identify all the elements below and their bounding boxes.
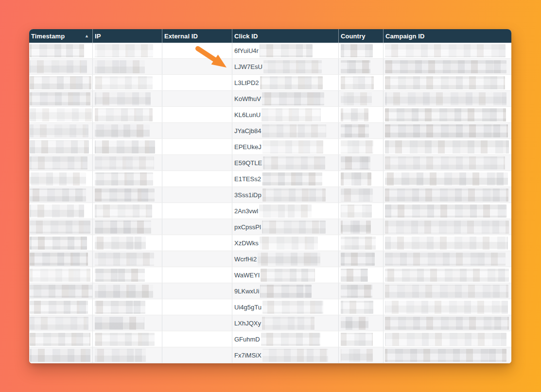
redacted-country: [341, 76, 374, 89]
redacted-click-id: [262, 172, 322, 186]
cell-external-id: [162, 75, 232, 90]
cell-timestamp: [29, 59, 93, 74]
table-row: WcrfHi2: [29, 251, 511, 267]
column-header-country[interactable]: Country: [339, 29, 384, 43]
cell-click-id: 9LKwxUi: [232, 283, 339, 299]
column-header-click-id[interactable]: Click ID: [232, 29, 339, 43]
redacted-campaign-id: [385, 140, 509, 153]
redacted-country: [341, 301, 373, 314]
cell-country: [339, 203, 384, 219]
cell-country: [339, 75, 384, 90]
column-header-timestamp[interactable]: Timestamp ▲: [29, 29, 93, 43]
redacted-campaign-id: [385, 172, 508, 186]
redacted-campaign-id: [385, 253, 506, 266]
cell-campaign-id: [384, 123, 511, 138]
redacted-campaign-id: [385, 205, 506, 218]
cell-timestamp: [29, 43, 93, 58]
click-id-value: LJW7EsU: [232, 63, 262, 70]
redacted-campaign-id: [385, 333, 506, 346]
cell-country: [339, 267, 384, 283]
table-row: 9LKwxUi: [29, 283, 511, 299]
click-id-value: E59QTLE: [232, 159, 262, 167]
redacted-ip: [95, 205, 152, 218]
cell-timestamp: [29, 203, 93, 219]
redacted-campaign-id: [385, 237, 508, 250]
table-row: E1TESs2: [29, 171, 511, 187]
redacted-ip: [95, 124, 150, 137]
click-id-value: 3Sss1iDp: [232, 191, 262, 199]
cell-external-id: [162, 331, 232, 347]
redacted-country: [341, 124, 369, 137]
redacted-country: [341, 221, 371, 234]
cell-campaign-id: [384, 155, 511, 170]
table-body: 6fYuiU4r LJW7EsU: [29, 43, 511, 363]
cell-campaign-id: [384, 107, 511, 122]
cell-campaign-id: [384, 203, 511, 219]
column-header-external-id[interactable]: External ID: [162, 29, 232, 43]
cell-external-id: [162, 91, 232, 106]
redacted-click-id: [261, 333, 320, 346]
cell-timestamp: [29, 123, 93, 138]
redacted-campaign-id: [385, 188, 508, 202]
redacted-click-id: [260, 237, 318, 250]
cell-timestamp: [29, 315, 93, 331]
table-row: EPEUkeJ: [29, 139, 511, 155]
click-id-value: WaWEYI: [232, 272, 260, 279]
redacted-timestamp: [30, 285, 92, 298]
cell-click-id: XzDWks: [232, 235, 339, 251]
cell-ip: [93, 187, 162, 203]
redacted-country: [341, 140, 373, 153]
redacted-timestamp: [30, 317, 88, 330]
column-header-label: IP: [95, 33, 101, 40]
redacted-click-id: [262, 124, 326, 137]
cell-timestamp: [29, 139, 93, 154]
cell-click-id: Fx7iMSiX: [232, 347, 339, 363]
redacted-timestamp: [30, 205, 84, 218]
cell-country: [339, 299, 384, 315]
cell-ip: [93, 283, 162, 299]
column-header-label: Click ID: [234, 33, 258, 40]
cell-external-id: [162, 219, 232, 235]
cell-campaign-id: [384, 331, 511, 347]
click-id-value: pxCpssPl: [232, 223, 261, 231]
redacted-country: [341, 253, 375, 266]
cell-timestamp: [29, 283, 93, 299]
cell-ip: [93, 75, 162, 90]
redacted-country: [341, 188, 373, 202]
redacted-click-id: [260, 285, 312, 298]
cell-click-id: WaWEYI: [232, 267, 339, 283]
redacted-click-id: [263, 60, 322, 73]
redacted-campaign-id: [385, 317, 509, 330]
table-row: XzDWks: [29, 235, 511, 251]
table-row: 3Sss1iDp: [29, 187, 511, 203]
cell-campaign-id: [384, 299, 511, 315]
redacted-click-id: [262, 108, 321, 121]
redacted-campaign-id: [385, 44, 506, 57]
redacted-click-id: [262, 188, 326, 202]
cell-ip: [93, 59, 162, 74]
redacted-click-id: [263, 156, 325, 170]
column-header-ip[interactable]: IP: [93, 29, 162, 43]
cell-campaign-id: [384, 59, 511, 74]
redacted-country: [341, 60, 370, 73]
cell-campaign-id: [384, 75, 511, 90]
redacted-ip: [95, 253, 154, 266]
redacted-timestamp: [30, 349, 90, 362]
cell-campaign-id: [384, 251, 511, 267]
cell-country: [339, 187, 384, 203]
cell-click-id: 2An3vwl: [232, 203, 339, 219]
redacted-ip: [95, 317, 144, 330]
click-id-value: KL6LunU: [232, 111, 261, 119]
cell-click-id: E1TESs2: [232, 171, 339, 187]
redacted-ip: [95, 269, 145, 282]
table-row: JYaCjb84: [29, 123, 511, 139]
cell-timestamp: [29, 155, 93, 170]
cell-timestamp: [29, 331, 93, 347]
tracking-log-table: Timestamp ▲ IP External ID Click ID Coun…: [29, 29, 511, 363]
column-header-campaign-id[interactable]: Campaign ID: [384, 29, 511, 43]
redacted-campaign-id: [385, 269, 509, 282]
cell-timestamp: [29, 299, 93, 315]
cell-timestamp: [29, 347, 93, 363]
cell-click-id: LXhJQXy: [232, 315, 339, 331]
redacted-timestamp: [30, 108, 92, 121]
